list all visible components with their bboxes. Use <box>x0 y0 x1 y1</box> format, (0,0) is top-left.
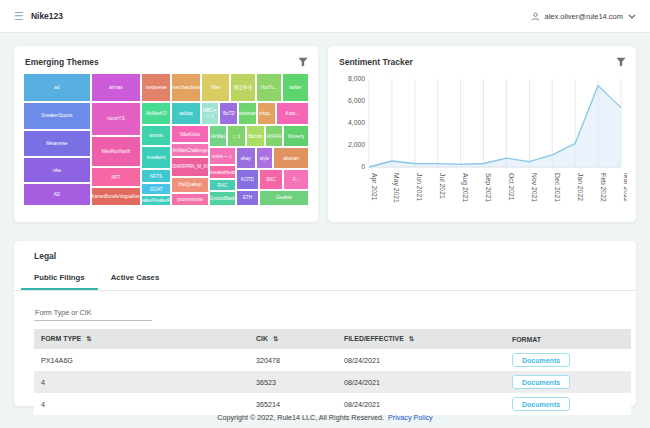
app-root: ☰ Nike123 alex.oliver@rule14.com Emergin… <box>0 0 650 407</box>
treemap-tile[interactable]: MBCモード <box>201 102 220 125</box>
tab-public-filings[interactable]: Public Filings <box>21 269 98 290</box>
treemap-tile[interactable]: KanenBundleVoguaKen <box>91 187 141 206</box>
treemap-tile[interactable]: sneakerhead <box>209 165 236 180</box>
legal-tabs: Public Filings Active Cases <box>14 269 636 291</box>
treemap-tile[interactable]: F... <box>283 169 309 190</box>
treemap-tile[interactable]: metaverse <box>141 73 171 102</box>
treemap-tile[interactable]: 限定販売 <box>230 73 256 102</box>
sentiment-line-chart: 02,0004,0006,0008,000Apr 2021May 2021Jun… <box>337 73 627 213</box>
svg-text:Jun 2021: Jun 2021 <box>416 173 423 201</box>
treemap-tile[interactable]: BoTD <box>219 102 238 125</box>
treemap-tile[interactable]: style <box>256 147 274 168</box>
treemap-tile[interactable]: RAC <box>209 179 236 191</box>
treemap-tile[interactable]: NFTS <box>141 169 171 184</box>
column-header-filed-effective[interactable]: FILED/EFFECTIVE⇅ <box>337 329 505 349</box>
sort-icon[interactable]: ⇅ <box>409 335 414 342</box>
sentiment-tracker-title: Sentiment Tracker <box>339 57 413 67</box>
emerging-themes-title: Emerging Themes <box>25 57 99 67</box>
form-type-cik-input[interactable] <box>34 306 152 321</box>
filter-icon[interactable] <box>298 57 308 67</box>
column-header-cik[interactable]: CIK⇅ <box>249 329 337 349</box>
svg-text:Feb 2022: Feb 2022 <box>600 173 607 202</box>
treemap-tile[interactable]: AirMax <box>209 125 228 148</box>
svg-text:2,000: 2,000 <box>348 141 365 148</box>
treemap-tile[interactable]: yournextsole <box>171 193 209 206</box>
column-header-format: FORMAT <box>505 329 631 349</box>
treemap-tile[interactable]: SNKRPRN_M_KI <box>171 157 209 177</box>
chevron-down-icon <box>628 14 636 19</box>
table-row: 43652308/24/2021Documents <box>34 371 631 393</box>
documents-button[interactable]: Documents <box>512 353 570 367</box>
sort-icon[interactable]: ⇅ <box>273 335 278 342</box>
filings-table-header-row: FORM TYPE⇅CIK⇅FILED/EFFECTIVE⇅FORMAT <box>34 329 631 349</box>
treemap-tile[interactable]: ETH <box>236 190 259 206</box>
svg-text:0: 0 <box>361 163 365 170</box>
treemap-tile[interactable]: nike <box>23 157 91 184</box>
treemap-tile[interactable]: SneakerFreakerFam <box>141 195 171 206</box>
treemap-tile[interactable]: abonart <box>273 147 309 168</box>
svg-text:8,000: 8,000 <box>348 75 365 82</box>
treemap-tile[interactable]: shop... <box>257 102 276 125</box>
treemap-tile[interactable]: GroundBash <box>209 191 236 206</box>
treemap-tile[interactable]: AD <box>23 183 91 206</box>
table-cell-format: Documents <box>505 371 631 393</box>
treemap-tile[interactable]: HalQuakep <box>171 177 209 193</box>
treemap-tile[interactable]: AYAKA <box>265 125 284 148</box>
treemap-tile[interactable]: Kota... <box>276 102 309 125</box>
treemap-tile[interactable]: NFT <box>91 167 141 187</box>
treemap-tile[interactable]: NikeRunNorth <box>91 136 141 168</box>
treemap-tile[interactable]: ニキ <box>227 125 246 148</box>
table-cell-format: Documents <box>505 349 631 371</box>
tab-active-cases[interactable]: Active Cases <box>98 269 173 290</box>
svg-text:Apr 2021: Apr 2021 <box>370 173 378 201</box>
svg-text:May 2021: May 2021 <box>392 173 400 203</box>
treemap-tile[interactable]: wornst <box>141 125 171 146</box>
treemap-tile[interactable]: SneakerScouts <box>23 102 91 131</box>
brand: ☰ Nike123 <box>14 11 63 22</box>
svg-text:Aug 2021: Aug 2021 <box>461 173 469 202</box>
treemap-tile[interactable]: Geabsk <box>259 190 309 206</box>
treemap-tile[interactable]: ad <box>23 73 91 102</box>
svg-text:Jul 2021: Jul 2021 <box>439 173 446 199</box>
copyright-text: Copyright © 2022, Rule14 LLC, All Rights… <box>217 413 384 422</box>
legal-title: Legal <box>14 251 636 269</box>
treemap-tile[interactable]: Metaverse <box>23 130 91 157</box>
treemap-tile[interactable]: twitter <box>282 73 309 102</box>
treemap-tile[interactable]: YouTu... <box>256 73 282 102</box>
hamburger-menu-icon[interactable]: ☰ <box>14 11 24 22</box>
privacy-policy-link[interactable]: Privacy Policy <box>388 413 433 422</box>
treemap-tile[interactable]: airmax <box>91 73 141 102</box>
user-menu[interactable]: alex.oliver@rule14.com <box>531 12 636 21</box>
treemap-tile[interactable]: adidas <box>171 102 201 125</box>
treemap-tile[interactable]: snkモード <box>209 147 236 164</box>
treemap-tile[interactable]: AirMaxChallenge <box>171 143 209 156</box>
filter-icon[interactable] <box>616 57 626 67</box>
documents-button[interactable]: Documents <box>512 375 570 389</box>
table-cell: 08/24/2021 <box>337 371 505 393</box>
main-content: Emerging Themes adSneakerScoutsMetaverse… <box>0 33 650 407</box>
page-footer: Copyright © 2022, Rule14 LLC, All Rights… <box>0 406 650 428</box>
legal-card: Legal Public Filings Active Cases FORM T… <box>13 240 637 407</box>
emerging-themes-card: Emerging Themes adSneakerScoutsMetaverse… <box>13 45 319 223</box>
treemap-tile[interactable]: KOTD <box>236 169 259 190</box>
treemap-tile[interactable]: AirMaxKO <box>141 102 171 125</box>
treemap-tile[interactable]: Kinverly <box>283 125 309 148</box>
treemap-tile[interactable]: ebay <box>236 147 255 168</box>
treemap-tile[interactable]: SKC <box>259 169 283 190</box>
column-header-form-type[interactable]: FORM TYPE⇅ <box>34 329 249 349</box>
treemap-tile[interactable]: NikeKicks <box>171 125 209 144</box>
treemap-tile[interactable]: Nike <box>201 73 230 102</box>
treemap-tile[interactable]: Bitcoin <box>246 125 265 148</box>
treemap-tile[interactable]: merchandises <box>171 73 201 102</box>
treemap-tile[interactable]: sneakers <box>141 146 171 169</box>
user-icon <box>531 12 540 21</box>
table-row: PX14A6G32047808/24/2021Documents <box>34 349 631 371</box>
svg-text:Sep 2021: Sep 2021 <box>484 173 492 202</box>
treemap-tile[interactable]: GOAT <box>141 183 171 194</box>
treemap-tile[interactable]: poshmark <box>238 102 257 125</box>
table-cell: 4 <box>34 371 249 393</box>
svg-text:4,000: 4,000 <box>348 119 365 126</box>
table-cell: PX14A6G <box>34 349 249 371</box>
treemap-tile[interactable]: nunvrYS <box>91 102 141 136</box>
sort-icon[interactable]: ⇅ <box>86 335 91 342</box>
